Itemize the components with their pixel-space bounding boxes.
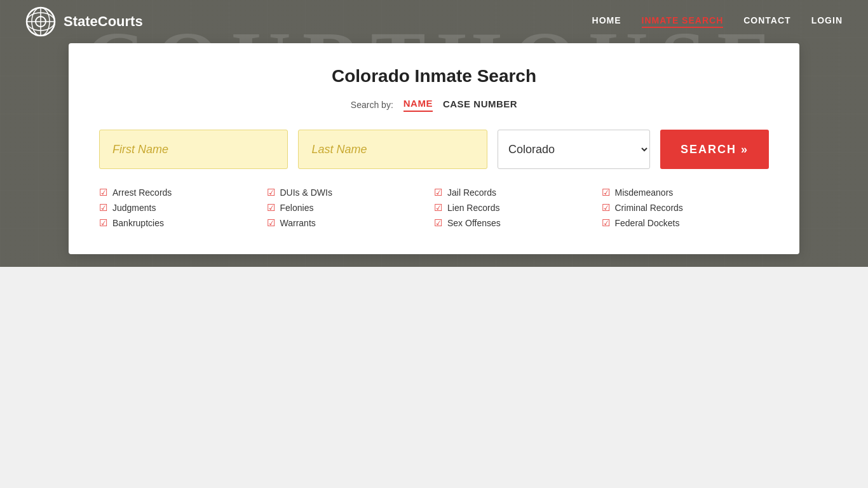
top-navigation: StateCourts HOME INMATE SEARCH CONTACT L…	[0, 0, 868, 43]
check-icon: ☑	[99, 202, 107, 214]
check-icon: ☑	[602, 217, 610, 229]
search-inputs-row: AlabamaAlaskaArizonaArkansasCaliforniaCo…	[99, 130, 769, 169]
search-card: Colorado Inmate Search Search by: NAME C…	[69, 43, 799, 254]
check-icon: ☑	[434, 217, 442, 229]
nav-login[interactable]: LOGIN	[811, 15, 843, 28]
check-icon: ☑	[434, 187, 442, 198]
record-item: ☑Felonies	[267, 202, 435, 214]
record-item: ☑DUIs & DWIs	[267, 187, 435, 198]
first-name-input[interactable]	[99, 130, 288, 169]
records-grid: ☑Arrest Records☑DUIs & DWIs☑Jail Records…	[99, 187, 769, 229]
check-icon: ☑	[99, 187, 107, 198]
record-label: Jail Records	[447, 187, 496, 198]
record-label: DUIs & DWIs	[280, 187, 332, 198]
tab-case-number[interactable]: CASE NUMBER	[443, 98, 517, 111]
search-button[interactable]: SEARCH »	[660, 130, 769, 169]
check-icon: ☑	[267, 202, 275, 214]
search-by-row: Search by: NAME CASE NUMBER	[99, 98, 769, 112]
check-icon: ☑	[267, 187, 275, 198]
record-item: ☑Sex Offenses	[434, 217, 602, 229]
logo-icon	[25, 6, 56, 37]
record-item: ☑Judgments	[99, 202, 267, 214]
record-item: ☑Bankruptcies	[99, 217, 267, 229]
search-by-label: Search by:	[351, 100, 393, 110]
record-label: Sex Offenses	[447, 218, 501, 228]
record-item: ☑Warrants	[267, 217, 435, 229]
record-label: Misdemeanors	[615, 187, 674, 198]
record-label: Felonies	[280, 203, 314, 213]
hero-section: COURTHOUSE StateCourts HOME INMATE SEARC…	[0, 0, 868, 267]
check-icon: ☑	[602, 187, 610, 198]
record-label: Arrest Records	[112, 187, 172, 198]
check-icon: ☑	[99, 217, 107, 229]
record-item: ☑Criminal Records	[602, 202, 770, 214]
logo-text: StateCourts	[64, 13, 143, 30]
record-item: ☑Jail Records	[434, 187, 602, 198]
record-label: Bankruptcies	[112, 218, 164, 228]
state-select[interactable]: AlabamaAlaskaArizonaArkansasCaliforniaCo…	[498, 130, 650, 169]
record-item: ☑Arrest Records	[99, 187, 267, 198]
nav-links: HOME INMATE SEARCH CONTACT LOGIN	[592, 15, 843, 28]
logo[interactable]: StateCourts	[25, 6, 143, 37]
record-item: ☑Federal Dockets	[602, 217, 770, 229]
last-name-input[interactable]	[298, 130, 487, 169]
nav-inmate-search[interactable]: INMATE SEARCH	[642, 15, 724, 28]
nav-contact[interactable]: CONTACT	[743, 15, 790, 28]
search-card-title: Colorado Inmate Search	[99, 66, 769, 86]
tab-name[interactable]: NAME	[403, 98, 433, 112]
nav-home[interactable]: HOME	[592, 15, 621, 28]
record-label: Lien Records	[447, 203, 500, 213]
record-item: ☑Misdemeanors	[602, 187, 770, 198]
record-label: Judgments	[112, 203, 156, 213]
record-label: Criminal Records	[615, 203, 683, 213]
record-item: ☑Lien Records	[434, 202, 602, 214]
record-label: Federal Dockets	[615, 218, 680, 228]
check-icon: ☑	[434, 202, 442, 214]
check-icon: ☑	[267, 217, 275, 229]
record-label: Warrants	[280, 218, 316, 228]
check-icon: ☑	[602, 202, 610, 214]
